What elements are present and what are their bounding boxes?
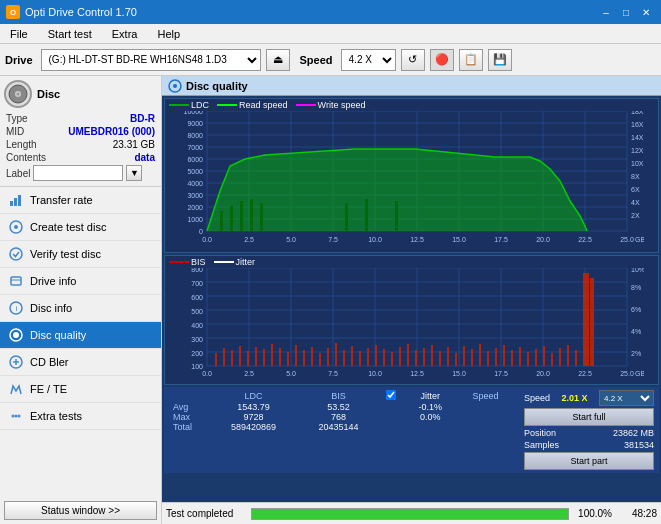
legend-jitter: Jitter	[214, 257, 256, 267]
disc-label-btn[interactable]: ▼	[126, 165, 142, 181]
svg-text:14X: 14X	[631, 134, 644, 141]
drive-select[interactable]: (G:) HL-DT-ST BD-RE WH16NS48 1.D3	[41, 49, 261, 71]
svg-text:10000: 10000	[184, 111, 204, 115]
svg-rect-4	[14, 198, 17, 206]
disc-label-input[interactable]	[33, 165, 123, 181]
svg-point-7	[14, 225, 18, 229]
speed-select[interactable]: 4.2 X	[341, 49, 396, 71]
sidebar-item-transfer-rate[interactable]: Transfer rate	[0, 187, 161, 214]
scan-button[interactable]: 📋	[459, 49, 483, 71]
disc-type-val: BD-R	[130, 113, 155, 124]
drive-label: Drive	[5, 54, 33, 66]
svg-text:5000: 5000	[187, 168, 203, 175]
svg-rect-144	[319, 353, 321, 366]
svg-text:5.0: 5.0	[286, 370, 296, 377]
stats-max-empty	[379, 412, 404, 422]
svg-text:8%: 8%	[631, 284, 641, 291]
sidebar-item-verify-test-disc[interactable]: Verify test disc	[0, 241, 161, 268]
eject-button[interactable]: ⏏	[266, 49, 290, 71]
svg-point-20	[18, 415, 21, 418]
disc-mid-key: MID	[6, 126, 24, 137]
disc-label-row: Label ▼	[4, 164, 157, 182]
speed-info-row: Speed 2.01 X 4.2 X	[524, 390, 654, 406]
legend-read-speed-label: Read speed	[239, 100, 288, 110]
svg-text:400: 400	[191, 322, 203, 329]
speed-select-sm[interactable]: 4.2 X	[599, 390, 654, 406]
refresh-button[interactable]: ↺	[401, 49, 425, 71]
sidebar-item-drive-info[interactable]: Drive info	[0, 268, 161, 295]
stats-header-ldc: LDC	[209, 390, 298, 402]
jitter-checkbox[interactable]	[386, 390, 396, 400]
stats-row-max: Max 9728 768 0.0%	[169, 412, 514, 422]
sidebar-item-fe-te[interactable]: FE / TE	[0, 376, 161, 403]
svg-point-18	[12, 415, 15, 418]
chart1-wrapper: LDC Read speed Write speed	[164, 98, 659, 253]
svg-text:2.5: 2.5	[244, 236, 254, 243]
svg-rect-177	[583, 273, 589, 366]
disc-contents-val: data	[134, 152, 155, 163]
menu-file[interactable]: File	[4, 27, 34, 41]
sidebar-item-disc-info-label: Disc info	[30, 302, 72, 314]
stats-avg-ldc: 1543.79	[209, 402, 298, 412]
menu-help[interactable]: Help	[151, 27, 186, 41]
svg-text:100: 100	[191, 363, 203, 370]
legend-jitter-color	[214, 261, 234, 263]
close-button[interactable]: ✕	[637, 4, 655, 20]
stats-max-jitter: 0.0%	[404, 412, 457, 422]
svg-rect-132	[223, 348, 225, 366]
position-label: Position	[524, 428, 556, 438]
svg-text:17.5: 17.5	[494, 236, 508, 243]
stats-total-label: Total	[169, 422, 209, 432]
stats-total-empty	[379, 422, 404, 432]
stats-avg-empty	[379, 402, 404, 412]
disc-label-key: Label	[6, 168, 30, 179]
svg-text:0.0: 0.0	[202, 370, 212, 377]
panel-disc-icon	[168, 79, 182, 93]
save-button[interactable]: 💾	[488, 49, 512, 71]
sidebar-item-create-test-disc[interactable]: Create test disc	[0, 214, 161, 241]
svg-text:18X: 18X	[631, 111, 644, 115]
start-full-button[interactable]: Start full	[524, 408, 654, 426]
burn-button[interactable]: 🔴	[430, 49, 454, 71]
legend-ldc-label: LDC	[191, 100, 209, 110]
charts-container: LDC Read speed Write speed	[162, 96, 661, 502]
maximize-button[interactable]: □	[617, 4, 635, 20]
disc-info-icon: i	[8, 300, 24, 316]
menu-start-test[interactable]: Start test	[42, 27, 98, 41]
stats-row-avg: Avg 1543.79 53.52 -0.1%	[169, 402, 514, 412]
verify-test-disc-icon	[8, 246, 24, 262]
titlebar-controls: – □ ✕	[597, 4, 655, 20]
speed-info-val: 2.01 X	[562, 393, 588, 403]
disc-mid-row: MID UMEBDR016 (000)	[4, 125, 157, 138]
sidebar-item-extra-tests[interactable]: Extra tests	[0, 403, 161, 430]
samples-label: Samples	[524, 440, 559, 450]
chart2-svg: 800 700 600 500 400 300 200 100 10% 8% 6…	[165, 268, 644, 380]
minimize-button[interactable]: –	[597, 4, 615, 20]
svg-rect-85	[395, 201, 398, 231]
disc-type-key: Type	[6, 113, 28, 124]
disc-header: Disc	[4, 80, 157, 108]
svg-rect-5	[18, 195, 21, 206]
disc-length-row: Length 23.31 GB	[4, 138, 157, 151]
svg-text:16X: 16X	[631, 121, 644, 128]
svg-text:6000: 6000	[187, 156, 203, 163]
menu-extra[interactable]: Extra	[106, 27, 144, 41]
svg-text:300: 300	[191, 336, 203, 343]
sidebar-item-disc-info[interactable]: i Disc info	[0, 295, 161, 322]
stats-total-speed	[457, 422, 514, 432]
disc-quality-icon	[8, 327, 24, 343]
sidebar-item-cd-bler[interactable]: CD Bler	[0, 349, 161, 376]
progress-bar-container	[251, 508, 569, 520]
start-part-button[interactable]: Start part	[524, 452, 654, 470]
status-window-btn[interactable]: Status window >>	[4, 501, 157, 520]
menubar: File Start test Extra Help	[0, 24, 661, 44]
sidebar-item-disc-quality[interactable]: Disc quality	[0, 322, 161, 349]
svg-rect-136	[255, 347, 257, 366]
sidebar-item-extra-tests-label: Extra tests	[30, 410, 82, 422]
legend-ldc: LDC	[169, 100, 209, 110]
disc-mid-val: UMEBDR016 (000)	[68, 126, 155, 137]
cd-bler-icon	[8, 354, 24, 370]
stats-row-total: Total 589420869 20435144	[169, 422, 514, 432]
svg-text:4000: 4000	[187, 180, 203, 187]
svg-rect-134	[239, 346, 241, 366]
